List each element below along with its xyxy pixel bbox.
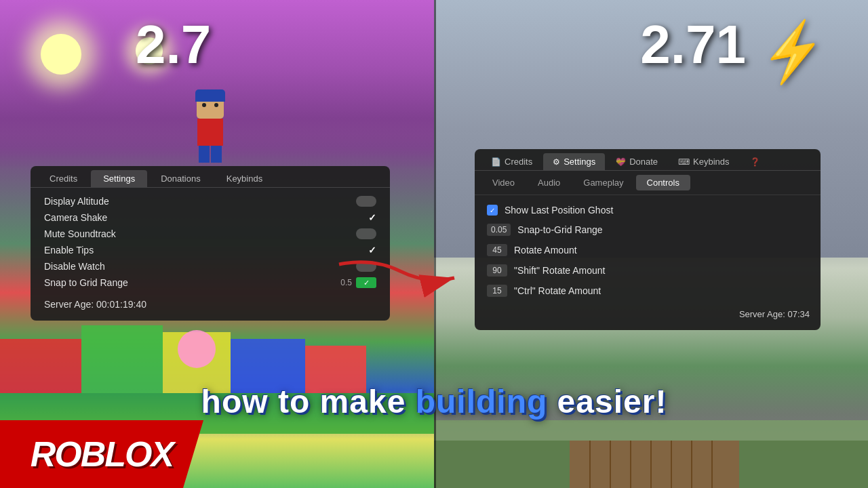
setting-label-snap-grid: Snap to Grid Range (44, 277, 340, 288)
subtab-controls[interactable]: Controls (636, 175, 690, 190)
setting-mute-soundtrack: Mute Soundtrack (44, 226, 376, 242)
svg-rect-9 (570, 441, 739, 488)
label-ctrl-rotate: "Ctrl" Rotate Amount (514, 285, 601, 296)
control-snap-grid: 0.05 Snap-to-Grid Range (484, 220, 811, 240)
credits-tab-label: Credits (505, 157, 532, 167)
character-body (197, 119, 223, 146)
setting-camera-shake: Camera Shake ✓ (44, 209, 376, 226)
tab-keybinds-new[interactable]: ⌨ Keybinds (669, 153, 738, 170)
subtab-video[interactable]: Video (481, 175, 526, 190)
label-show-ghost: Show Last Position Ghost (505, 205, 613, 216)
char-eye-left (202, 103, 206, 107)
character-hair (195, 89, 225, 102)
server-age-value-new: 07:34 (787, 309, 810, 319)
bottom-caption: how to make building easier! (201, 383, 667, 420)
version-right: 2.71 (640, 14, 746, 76)
controls-list: ✓ Show Last Position Ghost 0.05 Snap-to-… (475, 195, 821, 306)
setting-label-enable-tips: Enable Tips (44, 245, 368, 256)
svg-point-5 (178, 330, 216, 368)
settings-tab-icon: ⚙ (553, 157, 560, 167)
caption-text-1: how to make (201, 384, 416, 420)
roblox-logo: ROBLOX (0, 420, 203, 488)
caption-text-highlight: building (416, 384, 548, 420)
help-tab-icon: ❓ (750, 157, 760, 167)
setting-snap-grid: Snap to Grid Range 0.5 ✓ (44, 274, 376, 291)
server-age-new: Server Age: 07:34 (475, 306, 821, 319)
setting-label-mute-soundtrack: Mute Soundtrack (44, 228, 356, 239)
setting-label-display-altitude: Display Altitude (44, 196, 356, 207)
game-character (190, 95, 231, 176)
toggle-mute-soundtrack[interactable] (356, 228, 376, 239)
value-rotate: 45 (487, 244, 507, 256)
tab-settings-old[interactable]: Settings (91, 170, 147, 187)
setting-display-altitude: Display Altitude (44, 193, 376, 209)
svg-rect-1 (81, 325, 163, 393)
setting-enable-tips: Enable Tips ✓ (44, 242, 376, 258)
label-snap-grid: Snap-to-Grid Range (517, 224, 602, 235)
setting-disable-watch: Disable Watch (44, 258, 376, 274)
character-legs (190, 146, 231, 163)
toggle-display-altitude[interactable] (356, 196, 376, 207)
light-1 (41, 34, 81, 75)
donate-tab-icon: 💝 (616, 157, 626, 167)
subtabs-row: Video Audio Gameplay Controls (475, 171, 821, 195)
checkbox-show-ghost[interactable]: ✓ (487, 205, 498, 216)
label-rotate: Rotate Amount (514, 245, 577, 256)
value-shift-rotate: 90 (487, 264, 507, 277)
tab-credits-new[interactable]: 📄 Credits (481, 153, 542, 170)
settings-tab-label: Settings (564, 157, 595, 167)
caption-text-2: easier! (547, 384, 667, 420)
server-age-label-new: Server Age: (739, 309, 785, 319)
tabs-row-old: Credits Settings Donations Keybinds (31, 166, 390, 188)
value-ctrl-rotate: 15 (487, 285, 507, 297)
character-head (197, 95, 224, 119)
roblox-logo-text: ROBLOX (31, 434, 173, 474)
tabs-row-new: 📄 Credits ⚙ Settings 💝 Donate ⌨ Keybinds… (475, 149, 821, 171)
checkmark-show-ghost: ✓ (490, 207, 495, 214)
control-ctrl-rotate: 15 "Ctrl" Rotate Amount (484, 281, 811, 301)
character-leg-left (199, 146, 210, 163)
server-age-value-old: 00:01:19:40 (96, 299, 146, 310)
floor-right (434, 352, 868, 488)
tab-settings-new[interactable]: ⚙ Settings (543, 153, 605, 170)
tab-help-new[interactable]: ❓ (741, 154, 770, 170)
subtab-gameplay[interactable]: Gameplay (572, 175, 634, 190)
keybinds-tab-label: Keybinds (693, 157, 729, 167)
tab-credits-old[interactable]: Credits (37, 170, 90, 187)
arrow-container (332, 251, 468, 308)
arrow-svg (332, 251, 468, 305)
lightning-icon: ⚡ (755, 15, 833, 89)
keybinds-tab-icon: ⌨ (678, 157, 690, 167)
credits-tab-icon: 📄 (491, 157, 501, 167)
checkmark-camera-shake[interactable]: ✓ (368, 212, 376, 223)
setting-label-disable-watch: Disable Watch (44, 261, 356, 272)
svg-rect-0 (0, 339, 81, 393)
control-shift-rotate: 90 "Shift" Rotate Amount (484, 260, 811, 281)
control-show-ghost: ✓ Show Last Position Ghost (484, 201, 811, 220)
char-eye-right (214, 103, 218, 107)
label-shift-rotate: "Shift" Rotate Amount (514, 265, 605, 276)
server-age-label-old: Server Age: (44, 299, 94, 310)
version-left: 2.7 (136, 14, 211, 76)
control-rotate: 45 Rotate Amount (484, 240, 811, 260)
tab-keybinds-old[interactable]: Keybinds (214, 170, 275, 187)
tab-donate-new[interactable]: 💝 Donate (606, 153, 667, 170)
subtab-audio[interactable]: Audio (527, 175, 571, 190)
donate-tab-label: Donate (629, 157, 658, 167)
value-snap-grid: 0.05 (487, 224, 511, 236)
tab-donations-old[interactable]: Donations (149, 170, 213, 187)
setting-label-camera-shake: Camera Shake (44, 212, 368, 223)
character-leg-right (211, 146, 222, 163)
settings-panel-new: 📄 Credits ⚙ Settings 💝 Donate ⌨ Keybinds… (475, 149, 821, 330)
